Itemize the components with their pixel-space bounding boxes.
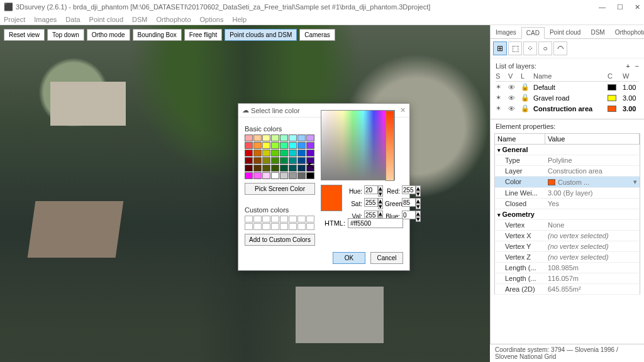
basic-color-swatch[interactable] — [262, 157, 270, 164]
toolbar-free-flight[interactable]: Free flight — [184, 29, 222, 41]
maximize-icon[interactable]: ☐ — [617, 3, 623, 11]
prop-group-general[interactable]: General — [494, 145, 640, 155]
basic-color-swatch[interactable] — [245, 142, 253, 149]
basic-color-swatch[interactable] — [271, 157, 279, 164]
remove-layer-icon[interactable]: − — [635, 62, 639, 70]
ok-button[interactable]: OK — [333, 252, 365, 264]
custom-color-slot[interactable] — [271, 216, 279, 222]
hue-input[interactable] — [364, 185, 378, 194]
basic-color-swatch[interactable] — [245, 150, 253, 156]
menu-options[interactable]: Options — [200, 16, 224, 23]
eye-icon[interactable]: 👁 — [508, 94, 519, 102]
prop-row[interactable]: Vertex X(no vertex selected) — [494, 231, 640, 241]
custom-color-slot[interactable] — [253, 216, 262, 222]
layer-row[interactable]: ✶ 👁 🔒 Default 1.00 — [496, 82, 639, 92]
cad-tool-point[interactable]: ⁘ — [523, 41, 537, 55]
basic-color-swatch[interactable] — [297, 157, 306, 164]
html-input[interactable] — [348, 218, 403, 228]
star-icon[interactable]: ✶ — [496, 94, 507, 102]
custom-color-slot[interactable] — [297, 216, 306, 222]
menu-point-cloud[interactable]: Point cloud — [89, 16, 123, 23]
basic-color-swatch[interactable] — [262, 134, 270, 141]
cancel-button[interactable]: Cancel — [370, 252, 403, 264]
eye-icon[interactable]: 👁 — [508, 105, 519, 112]
cad-tool-poly[interactable]: ⬚ — [508, 41, 522, 55]
basic-color-swatch[interactable] — [297, 172, 306, 179]
basic-color-swatch[interactable] — [253, 150, 262, 156]
basic-color-swatch[interactable] — [262, 142, 270, 149]
saturation-value-picker[interactable] — [321, 110, 395, 180]
sat-input[interactable] — [364, 198, 378, 207]
layer-row[interactable]: ✶ 👁 🔒 Gravel road 3.00 — [496, 92, 639, 103]
basic-color-swatch[interactable] — [289, 134, 297, 141]
basic-color-swatch[interactable] — [306, 142, 314, 149]
tab-cad[interactable]: CAD — [521, 27, 545, 39]
basic-color-swatch[interactable] — [245, 157, 253, 164]
basic-color-swatch[interactable] — [306, 165, 314, 172]
prop-row[interactable]: TypePolyline — [494, 155, 640, 166]
prop-row[interactable]: Length (...116.057m — [494, 273, 640, 284]
prop-row[interactable]: VertexNone — [494, 220, 640, 231]
basic-color-swatch[interactable] — [297, 165, 306, 172]
cad-tool-circle[interactable]: ○ — [538, 41, 552, 55]
basic-color-swatch[interactable] — [262, 150, 270, 156]
toolbar-point-clouds-and-dsm[interactable]: Point clouds and DSM — [225, 29, 297, 41]
cad-tool-arc[interactable]: ◠ — [553, 41, 567, 55]
basic-color-swatch[interactable] — [280, 134, 288, 141]
custom-color-slot[interactable] — [289, 223, 297, 230]
hue-slider[interactable] — [386, 111, 394, 181]
add-to-custom-button[interactable]: Add to Custom Colors — [245, 234, 315, 246]
eye-icon[interactable]: 👁 — [508, 84, 519, 91]
toolbar-bounding-box[interactable]: Bounding Box — [133, 29, 182, 41]
color-swatch[interactable] — [608, 95, 616, 101]
custom-color-slot[interactable] — [280, 223, 288, 230]
basic-color-swatch[interactable] — [297, 150, 306, 156]
toolbar-reset-view[interactable]: Reset view — [4, 29, 45, 41]
basic-color-swatch[interactable] — [280, 157, 288, 164]
basic-color-swatch[interactable] — [280, 172, 288, 179]
basic-color-swatch[interactable] — [306, 134, 314, 141]
custom-color-slot[interactable] — [306, 223, 314, 230]
basic-color-swatch[interactable] — [289, 157, 297, 164]
custom-color-slot[interactable] — [253, 223, 262, 230]
basic-color-swatch[interactable] — [253, 134, 262, 141]
prop-row[interactable]: Length (...108.985m — [494, 263, 640, 273]
basic-color-swatch[interactable] — [280, 165, 288, 172]
basic-color-swatch[interactable] — [297, 142, 306, 149]
star-icon[interactable]: ✶ — [496, 104, 507, 112]
custom-color-slot[interactable] — [306, 216, 314, 222]
lock-icon[interactable]: 🔒 — [521, 83, 532, 91]
close-icon[interactable]: ✕ — [635, 3, 640, 11]
toolbar-ortho-mode[interactable]: Ortho mode — [87, 29, 130, 41]
custom-color-slot[interactable] — [271, 223, 279, 230]
red-input[interactable] — [402, 185, 416, 194]
lock-icon[interactable]: 🔒 — [521, 94, 532, 102]
toolbar-top-down[interactable]: Top down — [47, 29, 84, 41]
basic-color-swatch[interactable] — [253, 157, 262, 164]
tab-images[interactable]: Images — [491, 26, 521, 38]
basic-color-swatch[interactable] — [253, 142, 262, 149]
basic-color-swatch[interactable] — [306, 157, 314, 164]
basic-color-swatch[interactable] — [271, 165, 279, 172]
prop-row[interactable]: Vertex Y(no vertex selected) — [494, 241, 640, 252]
layer-row[interactable]: ✶ 👁 🔒 Construction area 3.00 — [496, 103, 639, 114]
basic-color-swatch[interactable] — [289, 172, 297, 179]
basic-color-swatch[interactable] — [280, 142, 288, 149]
tab-dsm[interactable]: DSM — [586, 26, 609, 38]
minimize-icon[interactable]: — — [599, 3, 606, 11]
basic-color-swatch[interactable] — [245, 172, 253, 179]
menu-help[interactable]: Help — [232, 16, 247, 23]
basic-color-swatch[interactable] — [289, 150, 297, 156]
basic-color-swatch[interactable] — [271, 134, 279, 141]
custom-color-slot[interactable] — [297, 223, 306, 230]
custom-color-slot[interactable] — [262, 223, 270, 230]
custom-color-slot[interactable] — [245, 223, 253, 230]
green-input[interactable] — [402, 198, 416, 207]
prop-group-geometry[interactable]: Geometry — [494, 209, 640, 220]
prop-row[interactable]: ClosedYes — [494, 199, 640, 209]
custom-color-slot[interactable] — [280, 216, 288, 222]
basic-color-swatch[interactable] — [306, 172, 314, 179]
basic-color-swatch[interactable] — [306, 150, 314, 156]
basic-color-swatch[interactable] — [289, 142, 297, 149]
prop-row[interactable]: ColorCustom ...▾ — [494, 177, 640, 188]
